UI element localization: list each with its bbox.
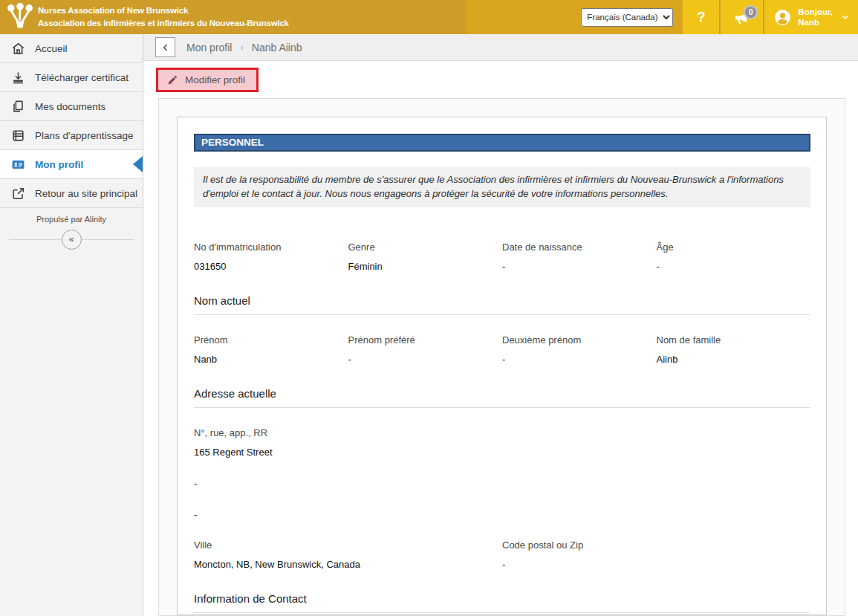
sidebar-item-label: Mon profil bbox=[35, 159, 83, 170]
help-button[interactable]: ? bbox=[683, 0, 719, 34]
powered-by-label: Propulsé par Alinity bbox=[0, 208, 143, 226]
breadcrumb: Mon profil › Nanb Aiinb bbox=[143, 34, 858, 61]
field-first-name: Prénom Nanb bbox=[194, 334, 348, 365]
field-age: Âge - bbox=[657, 241, 811, 272]
sidebar-collapse-row: « bbox=[0, 226, 143, 253]
field-value: 031650 bbox=[194, 261, 348, 272]
language-select[interactable]: Français (Canada) bbox=[581, 8, 673, 27]
external-link-icon bbox=[11, 187, 25, 201]
field-registration: No d'immatriculation 031650 bbox=[194, 241, 348, 272]
breadcrumb-separator: › bbox=[240, 42, 243, 53]
street-row: N°, rue, app., RR 165 Regent Street bbox=[194, 427, 810, 458]
field-label: Nom de famille bbox=[657, 334, 811, 346]
field-label: Genre bbox=[348, 241, 503, 253]
content-area: PERSONNEL Il est de la responsabilité du… bbox=[143, 98, 858, 616]
sidebar: Accueil Télécharger certificat Mes docum… bbox=[0, 34, 143, 616]
section-heading-adresse-actuelle: Adresse actuelle bbox=[194, 387, 810, 408]
field-label: N°, rue, app., RR bbox=[194, 427, 502, 438]
section-heading-information-contact: Information de Contact bbox=[194, 592, 810, 613]
field-label: Prénom préféré bbox=[348, 334, 503, 346]
personnel-panel: PERSONNEL Il est de la responsabilité du… bbox=[177, 117, 827, 615]
sidebar-item-label: Accueil bbox=[35, 43, 68, 54]
avatar-icon bbox=[773, 8, 792, 27]
notifications-button[interactable]: 0 bbox=[721, 0, 763, 34]
sidebar-collapse-button[interactable]: « bbox=[62, 230, 82, 250]
back-button[interactable] bbox=[155, 37, 175, 57]
sidebar-item-mes-documents[interactable]: Mes documents bbox=[0, 92, 143, 121]
field-value: 165 Regent Street bbox=[194, 447, 502, 458]
field-value: - bbox=[502, 354, 657, 365]
edit-button-highlight-box: Modifier profil bbox=[156, 68, 259, 92]
field-value: Moncton, NB, New Brunswick, Canada bbox=[194, 559, 502, 570]
help-icon: ? bbox=[697, 9, 706, 25]
field-middle-name: Deuxième prénom - bbox=[502, 334, 657, 365]
field-label: Date de naissance bbox=[502, 241, 657, 253]
field-value: - bbox=[657, 261, 811, 272]
disclaimer-note: Il est de la responsabilité du membre de… bbox=[194, 167, 810, 207]
field-value: Nanb bbox=[194, 354, 348, 365]
sidebar-item-mon-profil[interactable]: Mon profil bbox=[0, 150, 143, 179]
chevron-down-icon bbox=[840, 12, 851, 22]
edit-profile-label: Modifier profil bbox=[185, 74, 245, 85]
field-value: - bbox=[502, 559, 657, 570]
pencil-icon bbox=[167, 74, 178, 85]
name-row: Prénom Nanb Prénom préféré - Deuxième pr… bbox=[194, 334, 810, 365]
notification-badge: 0 bbox=[744, 5, 758, 19]
address-line-3: - bbox=[194, 509, 810, 520]
field-postal: Code postal ou Zip - bbox=[502, 539, 657, 570]
field-birthdate: Date de naissance - bbox=[502, 241, 657, 272]
main-area: Mon profil › Nanb Aiinb Modifier profil bbox=[143, 34, 858, 616]
field-label: Code postal ou Zip bbox=[502, 539, 657, 551]
sidebar-item-label: Retour au site principal bbox=[35, 188, 137, 199]
app-title: Nurses Association of New Brunswick Asso… bbox=[38, 4, 289, 29]
field-label: Âge bbox=[657, 241, 811, 253]
breadcrumb-item-mon-profil[interactable]: Mon profil bbox=[186, 42, 232, 54]
field-preferred-name: Prénom préféré - bbox=[348, 334, 503, 365]
sidebar-item-telecharger-certificat[interactable]: Télécharger certificat bbox=[0, 63, 143, 92]
user-greeting: Bonjour, Nanb bbox=[798, 7, 833, 28]
sidebar-item-label: Télécharger certificat bbox=[35, 72, 129, 83]
sidebar-item-label: Mes documents bbox=[35, 101, 105, 112]
sidebar-item-accueil[interactable]: Accueil bbox=[0, 34, 143, 63]
home-icon bbox=[11, 42, 25, 56]
field-street: N°, rue, app., RR 165 Regent Street bbox=[194, 427, 502, 458]
download-icon bbox=[11, 71, 25, 85]
field-label: Ville bbox=[194, 539, 502, 551]
field-city: Ville Moncton, NB, New Brunswick, Canada bbox=[194, 539, 502, 570]
toolbar: Modifier profil bbox=[143, 61, 858, 98]
field-label: No d'immatriculation bbox=[194, 241, 348, 253]
id-card-icon bbox=[11, 158, 25, 172]
personnel-section-banner: PERSONNEL bbox=[194, 134, 810, 152]
field-value: Féminin bbox=[348, 261, 503, 272]
sidebar-item-label: Plans d'apprentissage bbox=[35, 130, 133, 141]
breadcrumb-item-nanb-aiinb: Nanb Aiinb bbox=[252, 42, 302, 54]
profile-card: PERSONNEL Il est de la responsabilité du… bbox=[158, 98, 845, 616]
documents-icon bbox=[11, 100, 25, 114]
sidebar-item-plans-apprentissage[interactable]: Plans d'apprentissage bbox=[0, 121, 143, 150]
app-title-fr: Association des infirmières et infirmier… bbox=[38, 17, 289, 30]
edit-profile-button[interactable]: Modifier profil bbox=[158, 70, 256, 90]
section-heading-nom-actuel: Nom actuel bbox=[194, 294, 810, 315]
app-title-en: Nurses Association of New Brunswick bbox=[38, 4, 289, 17]
field-label: Deuxième prénom bbox=[502, 334, 657, 346]
identity-row: No d'immatriculation 031650 Genre Fémini… bbox=[194, 241, 810, 272]
field-value: Aiinb bbox=[657, 354, 811, 365]
user-menu-button[interactable]: Bonjour, Nanb bbox=[764, 0, 858, 34]
field-gender: Genre Féminin bbox=[348, 241, 503, 272]
field-value: - bbox=[348, 354, 503, 365]
address-line-2: - bbox=[194, 478, 810, 489]
city-row: Ville Moncton, NB, New Brunswick, Canada… bbox=[194, 539, 810, 570]
field-value: - bbox=[502, 261, 657, 272]
header-buttons: ? 0 Bonjour, Nanb bbox=[683, 0, 858, 34]
chevron-left-icon bbox=[160, 42, 171, 53]
sidebar-item-retour-site-principal[interactable]: Retour au site principal bbox=[0, 179, 143, 208]
book-icon bbox=[11, 129, 25, 143]
field-last-name: Nom de famille Aiinb bbox=[657, 334, 811, 365]
app-header: Nurses Association of New Brunswick Asso… bbox=[0, 0, 858, 34]
nanb-logo-icon bbox=[5, 2, 35, 32]
field-label: Prénom bbox=[194, 334, 348, 346]
